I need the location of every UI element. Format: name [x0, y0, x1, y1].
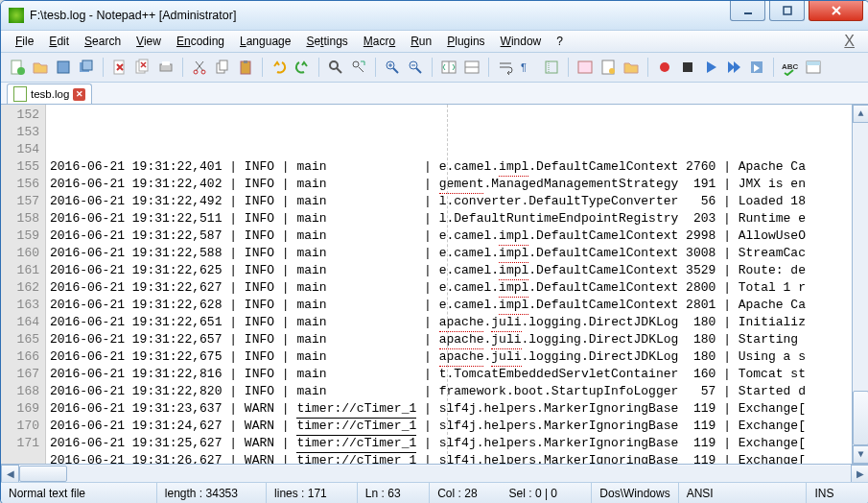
save-all-icon[interactable]: [78, 59, 95, 76]
lang-format-icon[interactable]: [576, 59, 594, 76]
app-icon: [9, 8, 24, 23]
vertical-scrollbar[interactable]: ▲ ▼: [852, 105, 868, 464]
log-line: 2016-06-21 19:31:23,637 | WARN | timer:/…: [50, 400, 852, 418]
tab-close-icon[interactable]: ✕: [73, 88, 85, 101]
log-line: 2016-06-21 19:31:22,675 | INFO | main | …: [50, 348, 852, 366]
save-macro-icon[interactable]: [748, 59, 765, 76]
toolbar: ¶ ABC: [1, 53, 868, 83]
indent-guide-icon[interactable]: [543, 59, 560, 76]
status-eol: Dos\Windows: [592, 483, 678, 503]
svg-point-34: [609, 68, 615, 74]
log-line: 2016-06-21 19:31:24,627 | WARN | timer:/…: [50, 418, 852, 435]
wordwrap-icon[interactable]: [497, 59, 514, 76]
close-button[interactable]: [809, 1, 863, 21]
log-line: 2016-06-21 19:31:22,401 | INFO | main | …: [50, 158, 852, 176]
save-icon[interactable]: [55, 59, 72, 76]
menu-run[interactable]: Run: [404, 33, 438, 50]
scroll-down-icon[interactable]: ▼: [853, 445, 868, 464]
statusbar: Normal text file length : 34353 lines : …: [1, 482, 868, 503]
new-file-icon[interactable]: [9, 59, 26, 76]
menu-search[interactable]: Search: [78, 33, 128, 50]
status-col: Col : 28: [430, 483, 501, 503]
svg-rect-4: [58, 61, 69, 73]
mdi-close-icon[interactable]: X: [837, 31, 861, 52]
record-macro-icon[interactable]: [656, 59, 673, 76]
menu-help[interactable]: ?: [550, 33, 570, 50]
log-line: 2016-06-21 19:31:25,627 | WARN | timer:/…: [50, 435, 852, 452]
close-file-icon[interactable]: [111, 59, 129, 76]
svg-text:¶: ¶: [521, 61, 527, 73]
print-icon[interactable]: [157, 59, 175, 76]
line-gutter: 152 153 154 155 156 157 158 159 160 161 …: [1, 105, 46, 464]
folder-panel-icon[interactable]: [622, 59, 640, 76]
menu-window[interactable]: Window: [494, 33, 549, 50]
svg-rect-11: [162, 61, 170, 65]
svg-point-20: [353, 61, 359, 67]
menu-language[interactable]: Language: [233, 33, 297, 50]
undo-icon[interactable]: [270, 59, 288, 76]
play-macro-icon[interactable]: [702, 59, 719, 76]
svg-rect-32: [578, 61, 592, 73]
log-line: 2016-06-21 19:31:22,511 | INFO | main | …: [50, 210, 852, 228]
log-line: 2016-06-21 19:31:22,587 | INFO | main | …: [50, 228, 852, 245]
redo-icon[interactable]: [293, 59, 311, 76]
scroll-thumb[interactable]: [853, 391, 868, 445]
log-line: 2016-06-21 19:31:22,820 | INFO | main | …: [50, 383, 852, 400]
menu-encoding[interactable]: Encoding: [170, 33, 231, 50]
scroll-left-icon[interactable]: ◀: [1, 465, 19, 483]
window-title: F:\tesb.log - Notepad++ [Administrator]: [30, 9, 236, 22]
copy-icon[interactable]: [214, 59, 231, 76]
close-all-icon[interactable]: [134, 59, 152, 76]
code-view[interactable]: 2016-06-21 19:31:22,401 | INFO | main | …: [46, 105, 852, 464]
cut-icon[interactable]: [191, 59, 208, 76]
svg-rect-30: [546, 61, 557, 73]
menu-plugins[interactable]: Plugins: [440, 33, 491, 50]
open-icon[interactable]: [32, 59, 49, 76]
replace-icon[interactable]: [350, 59, 367, 76]
log-line: 2016-06-21 19:31:22,657 | INFO | main | …: [50, 331, 852, 348]
log-line: 2016-06-21 19:31:22,402 | INFO | main | …: [50, 176, 852, 193]
svg-point-18: [330, 61, 338, 69]
find-icon[interactable]: [327, 59, 344, 76]
menu-macro[interactable]: Macro: [357, 33, 402, 50]
scroll-thumb-h[interactable]: [19, 466, 67, 482]
scroll-up-icon[interactable]: ▲: [853, 105, 868, 123]
maximize-button[interactable]: [769, 1, 805, 21]
svg-line-19: [337, 68, 341, 73]
func-list-icon[interactable]: [599, 59, 617, 76]
titlebar[interactable]: F:\tesb.log - Notepad++ [Administrator]: [1, 1, 868, 31]
play-multi-icon[interactable]: [725, 59, 742, 76]
file-icon: [13, 86, 27, 102]
sync-v-icon[interactable]: [440, 59, 457, 76]
paste-icon[interactable]: [237, 59, 254, 76]
log-line: 2016-06-21 19:31:22,651 | INFO | main | …: [50, 314, 852, 331]
scroll-right-icon[interactable]: ▶: [851, 465, 868, 483]
minimize-button[interactable]: [730, 1, 765, 21]
show-all-chars-icon[interactable]: ¶: [520, 59, 537, 76]
zoom-out-icon[interactable]: [407, 59, 424, 76]
show-panel-icon[interactable]: [805, 59, 822, 76]
menu-edit[interactable]: Edit: [42, 33, 76, 50]
log-line: 2016-06-21 19:31:22,816 | INFO | main | …: [50, 366, 852, 383]
log-line: 2016-06-21 19:31:22,492 | INFO | main | …: [50, 193, 852, 210]
sync-h-icon[interactable]: [463, 59, 481, 76]
svg-text:ABC: ABC: [782, 62, 799, 71]
svg-line-22: [393, 68, 398, 73]
log-line: 2016-06-21 19:31:22,625 | INFO | main | …: [50, 262, 852, 279]
stop-macro-icon[interactable]: [679, 59, 696, 76]
svg-rect-10: [160, 64, 172, 71]
svg-rect-1: [784, 7, 791, 14]
tabbar: tesb.log ✕: [1, 83, 868, 104]
tab-tesb-log[interactable]: tesb.log ✕: [7, 84, 92, 104]
status-line: Ln : 63: [357, 483, 430, 503]
menu-view[interactable]: View: [129, 33, 168, 50]
status-lines: lines : 171: [267, 483, 357, 503]
horizontal-scrollbar[interactable]: ◀ ▶: [1, 464, 868, 482]
menu-file[interactable]: File: [9, 33, 40, 50]
status-encoding: ANSI: [679, 483, 808, 503]
status-sel: Sel : 0 | 0: [502, 483, 593, 503]
spellcheck-icon[interactable]: ABC: [782, 59, 799, 76]
zoom-in-icon[interactable]: [384, 59, 401, 76]
svg-rect-17: [244, 60, 247, 63]
menu-settings[interactable]: Settings: [299, 33, 354, 50]
